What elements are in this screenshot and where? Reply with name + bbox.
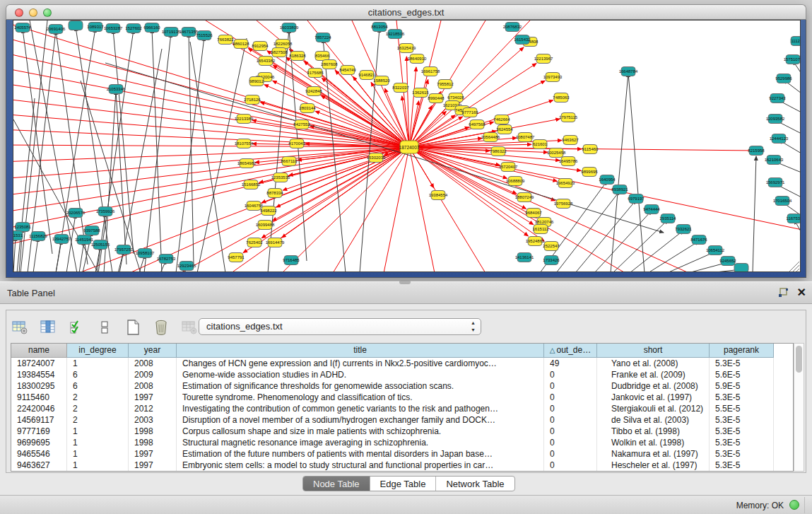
network-node[interactable]: 20206576	[66, 209, 86, 218]
table-scrollbar-thumb[interactable]	[796, 346, 802, 373]
network-node[interactable]: 15692971	[766, 178, 785, 187]
network-node[interactable]: 835466	[315, 52, 330, 61]
node-table[interactable]: namein_degreeyeartitle△out_de…shortpager…	[11, 343, 794, 472]
table-cell[interactable]: 2008	[129, 380, 177, 392]
network-node[interactable]: 2405574	[14, 23, 31, 33]
network-node[interactable]: 18226058	[273, 40, 293, 49]
memory-ok-indicator[interactable]	[789, 500, 799, 510]
table-cell[interactable]: 2	[67, 414, 129, 426]
network-node[interactable]: 16033809	[280, 23, 299, 33]
table-cell[interactable]: 2003	[129, 414, 177, 426]
network-node[interactable]: 1362615	[412, 88, 429, 98]
table-cell[interactable]: 18300295	[11, 380, 67, 392]
network-node[interactable]: 1640954	[599, 175, 616, 185]
network-node[interactable]: 7462664	[493, 115, 510, 124]
network-node[interactable]: 2935114	[660, 214, 677, 223]
tab-network-table[interactable]: Network Table	[436, 477, 514, 491]
table-cell[interactable]: 6	[67, 369, 129, 380]
table-cell[interactable]: 5.9E-5	[710, 380, 774, 392]
network-node[interactable]: 8427552	[293, 120, 310, 129]
network-node[interactable]: 1089317	[87, 23, 104, 32]
network-node[interactable]: 12444123	[770, 134, 789, 144]
network-node[interactable]: 8878334	[266, 189, 283, 198]
network-node[interactable]: 10958107	[136, 249, 155, 258]
network-node[interactable]: 9529986	[775, 74, 792, 83]
window-titlebar[interactable]: citations_edges.txt	[6, 4, 806, 20]
network-hub-node[interactable]: 18724007	[399, 141, 420, 153]
table-cell[interactable]: 1	[67, 358, 129, 369]
network-node[interactable]: 9684067	[525, 209, 542, 218]
table-settings-icon[interactable]	[11, 318, 29, 337]
table-row[interactable]: 946554611997Estimation of the future num…	[11, 448, 793, 460]
network-node[interactable]: 12923465	[177, 262, 196, 271]
table-cell[interactable]: 0	[544, 392, 597, 403]
table-row[interactable]: 977716911998Corpus callosum shape and si…	[11, 426, 793, 437]
table-cell[interactable]: 5.3E-5	[710, 460, 774, 471]
network-node[interactable]: 1733426	[543, 256, 560, 265]
network-node[interactable]: 8322037	[392, 83, 409, 93]
network-node[interactable]: 8454749	[339, 66, 356, 75]
table-cell[interactable]: Hescheler et al. (1997)	[597, 460, 710, 471]
network-node[interactable]: 9457791	[228, 253, 245, 262]
table-cell[interactable]: Disruption of a novel member of a sodium…	[177, 414, 544, 426]
table-row[interactable]: 2242004622012Investigating the contribut…	[11, 403, 793, 414]
table-cell[interactable]: Tibbo et al. (1998)	[597, 426, 710, 437]
network-node[interactable]: 12213967	[534, 54, 553, 64]
network-node[interactable]: 16325419	[397, 44, 416, 53]
table-cell[interactable]: Nakamura et al. (1997)	[597, 448, 710, 460]
table-cell[interactable]: Franke et al. (2009)	[597, 369, 710, 380]
network-node[interactable]: 1167531	[787, 214, 801, 223]
table-cell[interactable]: 5.3E-5	[710, 437, 774, 448]
table-cell[interactable]: 0	[544, 448, 597, 460]
tab-edge-table[interactable]: Edge Table	[370, 477, 437, 491]
network-node[interactable]: 12505155	[91, 240, 110, 250]
column-header-name[interactable]: name	[11, 344, 67, 358]
network-node[interactable]: 15302035	[367, 153, 386, 163]
table-cell[interactable]: 5.6E-5	[710, 369, 774, 380]
network-node[interactable]: 4170043	[288, 139, 305, 148]
network-node[interactable]: 621601	[533, 140, 548, 149]
tab-node-table[interactable]: Node Table	[303, 477, 370, 491]
table-cell[interactable]: 5.3E-5	[710, 448, 774, 460]
table-row[interactable]: 946362711997Embryonic stem cells: a mode…	[11, 460, 793, 471]
table-cell[interactable]: 1	[67, 426, 129, 437]
table-cell[interactable]: de Silva et al. (2003)	[597, 414, 710, 426]
table-cell[interactable]: 0	[544, 380, 597, 392]
network-node[interactable]: 19524861	[526, 237, 545, 246]
table-cell[interactable]: 5.3E-5	[710, 392, 774, 403]
network-node[interactable]: 9227343	[769, 94, 786, 103]
network-node[interactable]: 16099488	[256, 221, 275, 230]
network-node[interactable]: 7986322	[490, 147, 507, 156]
network-node[interactable]: 9860128	[233, 40, 249, 49]
network-node[interactable]: 9242848	[305, 87, 322, 96]
table-cell[interactable]: 9465546	[11, 448, 67, 460]
network-node[interactable]: 8813054	[371, 23, 388, 32]
network-node[interactable]: 10807487	[516, 133, 535, 142]
network-node[interactable]: 14136141	[515, 253, 534, 262]
network-node[interactable]: 3175685	[307, 69, 324, 78]
network-node[interactable]: 9115460	[582, 145, 599, 154]
table-cell[interactable]: 5.3E-5	[710, 414, 774, 426]
network-node[interactable]: 20691406	[47, 25, 66, 34]
new-file-icon[interactable]	[124, 318, 142, 337]
table-cell[interactable]: 1998	[129, 426, 177, 437]
close-panel-icon[interactable]: ✕	[797, 287, 806, 298]
column-header-pagerank[interactable]: pagerank	[710, 344, 774, 358]
network-node[interactable]: 20876832	[503, 23, 522, 32]
table-row[interactable]: 1456911722003Disruption of a novel membe…	[11, 414, 793, 426]
network-node[interactable]: 19756928	[554, 199, 573, 209]
table-cell[interactable]: Changes of HCN gene expression and I(f) …	[177, 358, 544, 369]
row-height-icon[interactable]	[95, 318, 114, 337]
network-node[interactable]: 17016504	[773, 197, 792, 206]
network-node[interactable]: 18807249	[515, 193, 534, 202]
network-node[interactable]: 9777169	[461, 108, 478, 117]
network-node[interactable]: 18654982	[237, 159, 257, 168]
table-cell[interactable]: Wolkin et al. (1998)	[597, 437, 710, 448]
table-cell[interactable]: 1	[67, 460, 129, 471]
network-canvas[interactable]: 7663822986012889129541822605816543382982…	[13, 20, 801, 272]
network-node[interactable]: 1615112	[533, 225, 550, 234]
network-node[interactable]: 10688809	[506, 177, 525, 186]
column-check-icon[interactable]	[67, 318, 86, 337]
network-node[interactable]: 17975115	[559, 113, 578, 122]
network-node[interactable]: 7857224	[314, 33, 331, 42]
